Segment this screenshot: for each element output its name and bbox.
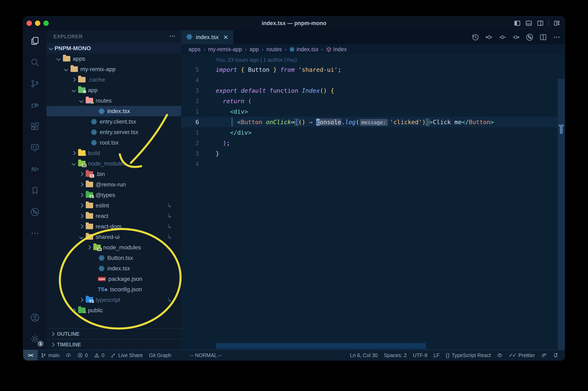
status-problems-errors[interactable]: 0 (74, 352, 91, 358)
status-label: Prettier (518, 352, 535, 358)
status-language-mode[interactable]: {}TypeScript React (443, 352, 494, 358)
tree-item-build[interactable]: ○build (46, 148, 181, 158)
zoom-window-button[interactable] (43, 20, 49, 26)
activity-remote-explorer[interactable] (23, 137, 46, 159)
activity-nx-console[interactable]: N> (23, 159, 46, 180)
tree-item--bin[interactable]: 01.bin (46, 169, 181, 179)
tree-item-root-tsx[interactable]: root.tsx (46, 137, 181, 148)
tree-item-typescript[interactable]: TStypescript↳ (46, 294, 181, 305)
activity-settings[interactable]: 1 (23, 328, 46, 350)
next-change-icon[interactable] (512, 33, 520, 41)
workspace-root-row[interactable]: PNPM-MONO (46, 43, 181, 53)
code-line[interactable]: 2 ); (181, 138, 565, 148)
status-cursor-position[interactable]: Ln 6, Col 30 (347, 352, 381, 358)
tree-item-label: tsconfig.json (110, 286, 142, 293)
sidebar-section-outline[interactable]: OUTLINE (46, 328, 181, 339)
status-vim-mode[interactable]: -- NORMAL -- (187, 352, 225, 358)
breadcrumb-item-my-remix-app[interactable]: my-remix-app (208, 46, 242, 53)
explorer-actions-icon[interactable] (169, 33, 176, 40)
status-encoding[interactable]: UTF-8 (410, 352, 430, 358)
code-line[interactable]: 3export default function Index() { (181, 85, 565, 96)
tree-item--types[interactable]: TS@types (46, 190, 181, 200)
tree-item-package-json[interactable]: npmpackage.json (46, 274, 181, 284)
tree-item--cache[interactable]: .cache (46, 74, 181, 85)
tree-item-routes[interactable]: routes (46, 96, 181, 106)
tree-item-button-tsx[interactable]: Button.tsx (46, 253, 181, 263)
tree-item-index-tsx[interactable]: index.tsx (46, 263, 181, 274)
close-window-button[interactable] (26, 20, 32, 26)
code-line[interactable]: 3} (181, 148, 565, 159)
breadcrumb-item-apps[interactable]: apps (189, 46, 201, 53)
status-live-share[interactable]: Live Share (107, 352, 146, 358)
toggle-secondary-sidebar-icon[interactable] (537, 20, 544, 27)
toggle-panel-icon[interactable] (525, 20, 532, 27)
activity-accounts[interactable] (23, 307, 46, 328)
status-feedback[interactable] (538, 353, 550, 358)
activity-bookmarks[interactable] (23, 180, 46, 201)
activity-search[interactable] (23, 52, 46, 73)
close-tab-icon[interactable]: ✕ (223, 34, 228, 41)
tree-item-node-modules[interactable]: JSnode_modules (46, 242, 181, 253)
history-icon[interactable] (472, 33, 479, 41)
activity-extensions[interactable] (23, 116, 46, 137)
tree-item--remix-run[interactable]: @remix-run (46, 179, 181, 190)
tab-index-tsx[interactable]: index.tsx ✕ (181, 30, 233, 44)
status-prettier[interactable]: ✓✓Prettier (505, 352, 538, 359)
remote-indicator[interactable]: >< (23, 350, 38, 361)
tree-item-react-dom[interactable]: react-dom↳ (46, 221, 181, 232)
title-bar: index.tsx — pnpm-mono (23, 16, 565, 30)
tree-item-shared-ui[interactable]: shared-ui↳ (46, 232, 181, 242)
code-editor[interactable]: You, 23 hours ago | 1 author (You) 5impo… (181, 54, 565, 350)
status-indentation[interactable]: Spaces: 2 (381, 352, 410, 358)
activity-source-control[interactable] (23, 73, 46, 94)
prev-change-icon[interactable] (485, 33, 493, 41)
status-copilot[interactable] (494, 353, 505, 358)
tree-item-my-remix-app[interactable]: my-remix-app (46, 64, 181, 74)
customize-layout-icon[interactable] (553, 20, 560, 27)
code-line[interactable]: 4 (181, 159, 565, 169)
activity-run-debug[interactable] (23, 94, 46, 116)
status-branch[interactable]: main (38, 352, 63, 358)
breadcrumb-item-app[interactable]: app (250, 46, 259, 53)
tree-item-tsconfig-json[interactable]: TS⚙tsconfig.json (46, 284, 181, 294)
tree-item-eslint[interactable]: eslint↳ (46, 200, 181, 211)
tree-item-react[interactable]: react↳ (46, 211, 181, 221)
activity-explorer[interactable] (23, 30, 46, 52)
breadcrumb-item-routes[interactable]: routes (267, 46, 282, 53)
status-publish[interactable] (63, 353, 74, 358)
change-icon[interactable] (498, 33, 506, 41)
code-line[interactable]: 4 (181, 75, 565, 85)
horizontal-scrollbar[interactable] (216, 343, 426, 349)
status-git-graph[interactable]: Git Graph (146, 352, 174, 358)
code-line[interactable]: 2 return ( (181, 96, 565, 106)
code-line[interactable]: 1 <div> (181, 106, 565, 117)
double-check-icon: ✓✓ (509, 352, 516, 359)
code-line[interactable]: 1 </div> (181, 127, 565, 138)
git-graph-icon[interactable] (526, 33, 534, 41)
tree-item-public[interactable]: ∴public (46, 305, 181, 315)
tree-item-apps[interactable]: apps (46, 53, 181, 64)
code-line[interactable]: 5import { Button } from 'shared-ui'; (181, 64, 565, 75)
sidebar-section-timeline[interactable]: TIMELINE (46, 339, 181, 350)
breadcrumb-item-index-tsx[interactable]: index.tsx (289, 46, 318, 53)
tree-item-entry-server-tsx[interactable]: entry.server.tsx (46, 127, 181, 137)
chevron-right-icon (79, 224, 84, 229)
status-eol[interactable]: LF (430, 352, 443, 358)
tree-item-index-tsx[interactable]: index.tsx (46, 106, 181, 116)
tree-item-node-modules[interactable]: JSnode_modules (46, 158, 181, 169)
code-line-current[interactable]: 6 <Button onClick={() ⇒ console.log(mess… (181, 117, 565, 127)
breadcrumb-item-index[interactable]: Index (326, 46, 347, 53)
ellipsis-icon[interactable] (553, 33, 561, 41)
toggle-sidebar-icon[interactable] (514, 20, 521, 27)
tree-item-app[interactable]: ⚙app (46, 85, 181, 96)
tree-item-entry-client-tsx[interactable]: entry.client.tsx (46, 116, 181, 127)
vertical-scrollbar[interactable] (558, 79, 565, 350)
minimize-window-button[interactable] (35, 20, 40, 26)
split-editor-icon[interactable] (539, 33, 547, 41)
activity-more[interactable] (23, 223, 46, 244)
tree-item-label: index.tsx (107, 265, 130, 272)
status-problems-warnings[interactable]: 0 (91, 352, 107, 358)
react (95, 255, 105, 261)
activity-git-graph[interactable] (23, 201, 46, 223)
status-notifications[interactable] (550, 353, 562, 358)
